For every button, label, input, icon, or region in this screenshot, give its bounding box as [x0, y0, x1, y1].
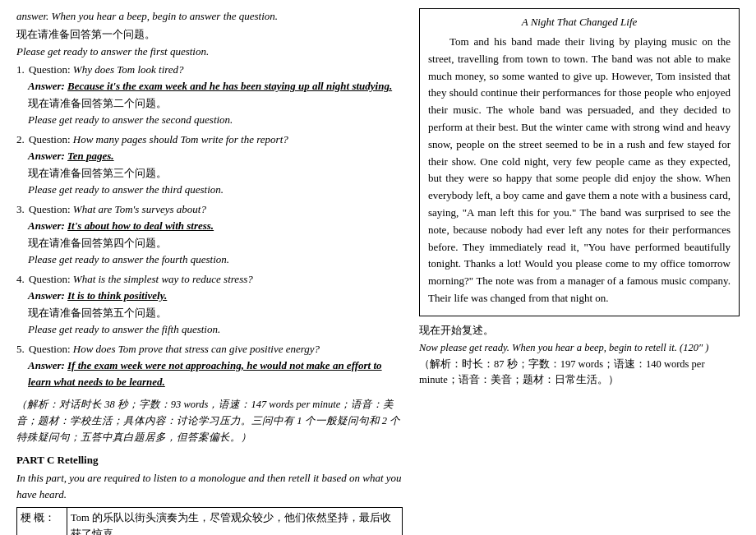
part-c-instruction: In this part, you are required to listen… — [16, 470, 403, 502]
question-line: 4. Question: What is the simplest way to… — [16, 271, 403, 288]
qa-item: 5. Question: How does Tom prove that str… — [16, 341, 403, 390]
answer-line: Answer: Ten pages. — [16, 148, 403, 164]
qa-number: 2. — [16, 133, 27, 145]
qa-item: 4. Question: What is the simplest way to… — [16, 271, 403, 338]
answer-label: Answer: — [28, 80, 67, 92]
analysis-text: （解析：对话时长 38 秒；字数：93 words，语速：147 words p… — [16, 399, 400, 443]
qa-item: 3. Question: What are Tom's surveys abou… — [16, 201, 403, 268]
answer-label: Answer: — [28, 289, 67, 302]
chinese-prompt: 现在请准备回答第二个问题。 — [16, 95, 403, 112]
answer-line: Answer: If the exam week were not approa… — [16, 357, 403, 390]
question-line: 2. Question: How many pages should Tom w… — [16, 131, 403, 148]
next-prompt: Please get ready to answer the fourth qu… — [16, 251, 403, 268]
answer-text: It's about how to deal with stress. — [67, 219, 214, 232]
qa-number: 1. — [16, 63, 27, 76]
question-label: Question: — [29, 133, 73, 145]
answer-line: Answer: Because it's the exam week and h… — [16, 78, 403, 95]
summary-row-content: Tom 的乐队以街头演奏为生，尽管观众较少，他们依然坚持，最后收获了惊喜。 — [67, 508, 403, 536]
status-line2: Now please get ready. When you hear a be… — [419, 340, 740, 356]
question-text: How does Tom prove that stress can give … — [73, 343, 320, 355]
intro-line2: 现在请准备回答第一个问题。 — [16, 26, 403, 43]
summary-row: 梗 概：Tom 的乐队以街头演奏为生，尽管观众较少，他们依然坚持，最后收获了惊喜… — [17, 508, 403, 536]
answer-text: It is to think positively. — [67, 289, 167, 302]
question-line: 5. Question: How does Tom prove that str… — [16, 341, 403, 357]
next-prompt: Please get ready to answer the fifth que… — [16, 321, 403, 338]
story-box: A Night That Changed Life Tom and his ba… — [419, 8, 740, 316]
next-prompt: Please get ready to answer the second qu… — [16, 112, 403, 128]
question-line: 3. Question: What are Tom's surveys abou… — [16, 201, 403, 218]
analysis-block: （解析：对话时长 38 秒；字数：93 words，语速：147 words p… — [16, 396, 403, 445]
chinese-prompt: 现在请准备回答第四个问题。 — [16, 235, 403, 251]
answer-text: If the exam week were not approaching, h… — [28, 359, 382, 388]
question-label: Question: — [29, 63, 73, 76]
right-column: A Night That Changed Life Tom and his ba… — [419, 8, 740, 535]
story-title: A Night That Changed Life — [428, 16, 731, 29]
story-title-text: A Night That Changed Life — [522, 16, 638, 28]
question-text: What are Tom's surveys about? — [73, 203, 206, 215]
answer-line: Answer: It's about how to deal with stre… — [16, 218, 403, 234]
story-body: Tom and his band made their living by pl… — [428, 34, 731, 307]
question-text: What is the simplest way to reduce stres… — [73, 273, 253, 285]
answer-label: Answer: — [28, 359, 67, 371]
question-label: Question: — [29, 203, 73, 215]
question-label: Question: — [29, 273, 73, 285]
answer-label: Answer: — [28, 150, 67, 162]
answer-text: Because it's the exam week and he has be… — [67, 80, 392, 92]
question-label: Question: — [29, 343, 73, 355]
qa-number: 3. — [16, 203, 27, 215]
question-text: How many pages should Tom write for the … — [73, 133, 288, 145]
chinese-prompt: 现在请准备回答第三个问题。 — [16, 165, 403, 182]
qa-item: 2. Question: How many pages should Tom w… — [16, 131, 403, 198]
left-column: answer. When you hear a beep, begin to a… — [16, 8, 403, 535]
right-analysis: （解析：时长：87 秒；字数：197 words；语速：140 words pe… — [419, 357, 740, 388]
qa-number: 5. — [16, 343, 27, 355]
answer-text: Ten pages. — [67, 150, 114, 162]
summary-table: 梗 概：Tom 的乐队以街头演奏为生，尽管观众较少，他们依然坚持，最后收获了惊喜… — [16, 507, 403, 535]
intro-line1: answer. When you hear a beep, begin to a… — [16, 8, 403, 25]
intro-line3: Please get ready to answer the first que… — [16, 44, 403, 60]
qa-container: 1. Question: Why does Tom look tired?Ans… — [16, 62, 403, 390]
answer-label: Answer: — [28, 219, 67, 232]
answer-line: Answer: It is to think positively. — [16, 288, 403, 304]
qa-item: 1. Question: Why does Tom look tired?Ans… — [16, 62, 403, 128]
summary-row-label: 梗 概： — [17, 508, 67, 536]
part-c-heading: PART C Retelling — [16, 454, 403, 467]
right-bottom: 现在开始复述。 Now please get ready. When you h… — [419, 323, 740, 388]
status-line1: 现在开始复述。 — [419, 323, 740, 339]
chinese-prompt: 现在请准备回答第五个问题。 — [16, 305, 403, 321]
qa-number: 4. — [16, 273, 27, 285]
next-prompt: Please get ready to answer the third que… — [16, 182, 403, 198]
question-line: 1. Question: Why does Tom look tired? — [16, 62, 403, 78]
question-text: Why does Tom look tired? — [73, 63, 184, 76]
page-container: answer. When you hear a beep, begin to a… — [16, 8, 740, 535]
part-c-label: PART C Retelling — [16, 454, 98, 466]
